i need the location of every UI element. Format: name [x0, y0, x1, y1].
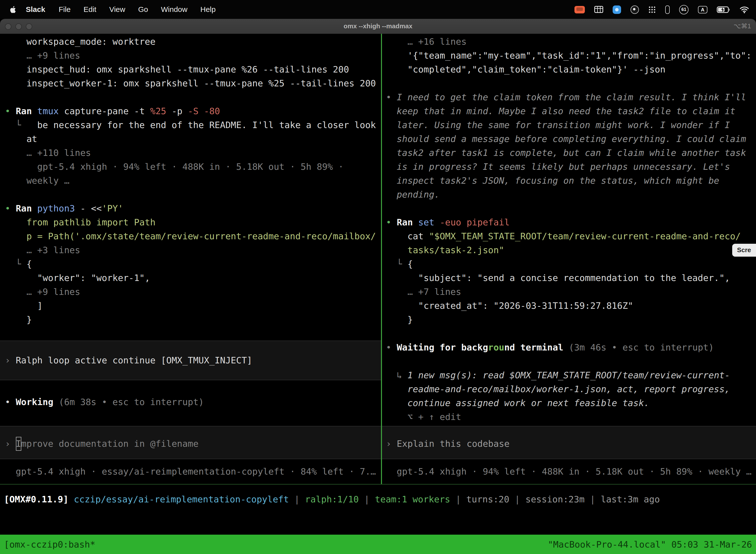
- terminal-line: "created_at": "2026-03-31T11:59:27.816Z": [382, 299, 756, 313]
- terminal-line: [OMX#0.11.9] cczip/essay/ai-reimplementa…: [4, 492, 756, 506]
- omx-status-line: [OMX#0.11.9] cczip/essay/ai-reimplementa…: [0, 485, 756, 506]
- tmux-session-label: [omx-cczip0:bash*: [4, 539, 95, 550]
- terminal-line: [382, 76, 756, 90]
- terminal-line: • Ran set -euo pipefail: [382, 215, 756, 229]
- slim-app-icon[interactable]: [665, 5, 670, 14]
- right-pane[interactable]: … +16 lines '{"team_name":"my-team","tas…: [382, 34, 756, 484]
- terminal-line: └ {: [0, 257, 381, 271]
- terminal-line: ↳ 1 new msg(s): read $OMX_TEAM_STATE_ROO…: [382, 368, 756, 382]
- right-model-statusline: gpt-5.4 xhigh · 94% left · 488K in · 5.1…: [382, 465, 756, 479]
- menu-bar-status-icons: 61 A: [574, 5, 751, 14]
- menu-help[interactable]: Help: [194, 0, 222, 19]
- terminal-line: inspect_worker-1: omx sparkshell --tmux-…: [0, 76, 381, 90]
- terminal-line: › Ralph loop active continue [OMX_TMUX_I…: [0, 353, 381, 367]
- terminal-line: [382, 327, 756, 340]
- terminal-line: • Ran tmux capture-pane -t %25 -p -S -80: [0, 104, 381, 118]
- terminal-line: • Waiting for background terminal (3m 46…: [382, 340, 756, 354]
- terminal-line: cat "$OMX_TEAM_STATE_ROOT/team/review-cu…: [382, 229, 756, 243]
- tmux-status-bar: [omx-cczip0:bash* "MacBook-Pro-44.local"…: [0, 535, 756, 554]
- terminal-line: }: [0, 313, 381, 327]
- dots-grid-icon[interactable]: [648, 6, 656, 13]
- terminal-line: pending.: [382, 188, 756, 202]
- menu-window[interactable]: Window: [154, 0, 194, 19]
- terminal-window: omx --xhigh --madmax ⌥⌘1 workspace_mode:…: [0, 19, 756, 554]
- right-prompt-input[interactable]: › Explain this codebase: [382, 426, 756, 459]
- terminal-line: └ be necessary for the end of the README…: [0, 118, 381, 132]
- terminal-line: … +9 lines: [0, 285, 381, 299]
- terminal-line: • Working (6m 38s • esc to interrupt): [0, 395, 381, 409]
- terminal-line: • Ran python3 - <<'PY': [0, 202, 381, 215]
- terminal-line: at: [0, 132, 381, 146]
- terminal-line: … +7 lines: [382, 285, 756, 299]
- terminal-line: '{"team_name":"my-team","task_id":"1","f…: [382, 49, 756, 63]
- terminal-line: › Explain this codebase: [382, 437, 756, 451]
- terminal-line: "subject": "send a concise recommendatio…: [382, 271, 756, 285]
- terminal-line: › Improve documentation in @filename: [0, 437, 381, 451]
- terminal-line: gpt-5.4 xhigh · 94% left · 488K in · 5.1…: [382, 465, 756, 479]
- terminal-line: inspect_hud: omx sparkshell --tmux-pane …: [0, 63, 381, 76]
- terminal-line: task2 after task1 is complete, but can I…: [382, 146, 756, 160]
- terminal-line: … +16 lines: [382, 35, 756, 49]
- battery-icon[interactable]: [717, 6, 730, 13]
- terminal-line: … +9 lines: [0, 49, 381, 63]
- terminal-line: … +110 lines: [0, 146, 381, 160]
- terminal-line: [382, 202, 756, 215]
- terminal-line: ⌥ + ↑ edit: [382, 410, 756, 424]
- menu-file[interactable]: File: [52, 0, 77, 19]
- window-shortcut-hint: ⌥⌘1: [734, 19, 751, 34]
- terminal-line: readme-and-reco/mailbox/worker-1.json, a…: [382, 382, 756, 396]
- left-pane[interactable]: workspace_mode: worktree … +9 lines insp…: [0, 34, 381, 484]
- terminal-content: workspace_mode: worktree … +9 lines insp…: [0, 34, 756, 484]
- left-prompt-input[interactable]: › Improve documentation in @filename: [0, 426, 381, 459]
- terminal-line: • I need to get the claim token from the…: [382, 90, 756, 104]
- menu-app-name[interactable]: Slack: [20, 0, 52, 19]
- terminal-line: "completed","claim_token":"claim-token"}…: [382, 63, 756, 76]
- terminal-line: keep that in mind. Maybe I also need the…: [382, 104, 756, 118]
- terminal-line: tasks/task-2.json": [382, 243, 756, 257]
- terminal-line: "worker": "worker-1",: [0, 271, 381, 285]
- inject-banner: › Ralph loop active continue [OMX_TMUX_I…: [0, 340, 381, 380]
- terminal-line: p = Path('.omx/state/team/review-current…: [0, 229, 381, 243]
- terminal-line: later. Using the same for transition mig…: [382, 118, 756, 132]
- terminal-line: weekly …: [0, 174, 381, 188]
- terminal-line: [382, 354, 756, 368]
- right-scrollback: … +16 lines '{"team_name":"my-team","tas…: [382, 34, 756, 424]
- screen-share-pill[interactable]: Scre: [732, 244, 756, 257]
- terminal-line: workspace_mode: worktree: [0, 35, 381, 49]
- tmux-host-time: "MacBook-Pro-44.local" 05:03 31-Mar-26: [548, 539, 752, 550]
- gauge-value: 61: [681, 7, 686, 12]
- wifi-icon[interactable]: [740, 6, 749, 13]
- menu-go[interactable]: Go: [132, 0, 154, 19]
- left-scrollback: workspace_mode: worktree … +9 lines insp…: [0, 34, 381, 327]
- input-source-letter: A: [701, 7, 704, 12]
- terminal-line: inspect task2's JSON, focusing on the st…: [382, 174, 756, 188]
- input-source-icon[interactable]: A: [698, 6, 707, 13]
- terminal-line: from pathlib import Path: [0, 215, 381, 229]
- menu-edit[interactable]: Edit: [77, 0, 103, 19]
- terminal-line: … +3 lines: [0, 243, 381, 257]
- terminal-line: }: [382, 313, 756, 327]
- window-title: omx --xhigh --madmax: [0, 19, 756, 34]
- terminal-line: is in progress? It seems likely but perh…: [382, 160, 756, 174]
- terminal-line: [0, 188, 381, 202]
- terminal-line: continue assigned work or next feasible …: [382, 396, 756, 410]
- terminal-line: └ {: [382, 257, 756, 271]
- screen-recording-indicator-icon[interactable]: [574, 6, 585, 13]
- dark-circle-icon[interactable]: [630, 5, 639, 14]
- terminal-line: should send a message before completing …: [382, 132, 756, 146]
- terminal-line: [0, 90, 381, 104]
- apple-menu[interactable]: [5, 5, 20, 14]
- gauge-61-icon[interactable]: 61: [679, 5, 689, 14]
- terminal-line: gpt-5.4 xhigh · 94% left · 488K in · 5.1…: [0, 160, 381, 174]
- grid-icon[interactable]: [594, 6, 603, 13]
- menu-bar: Slack File Edit View Go Window Help 61 A: [0, 0, 756, 19]
- terminal-line: gpt-5.4 xhigh · essay/ai-reimplementatio…: [0, 465, 381, 479]
- blue-app-icon[interactable]: [613, 5, 621, 14]
- window-titlebar[interactable]: omx --xhigh --madmax ⌥⌘1: [0, 19, 756, 34]
- desktop: Slack File Edit View Go Window Help 61 A: [0, 0, 756, 554]
- apple-icon: [10, 5, 17, 14]
- left-model-statusline: gpt-5.4 xhigh · essay/ai-reimplementatio…: [0, 465, 381, 479]
- menu-view[interactable]: View: [103, 0, 132, 19]
- terminal-line: ]: [0, 299, 381, 313]
- working-status: • Working (6m 38s • esc to interrupt): [0, 395, 381, 409]
